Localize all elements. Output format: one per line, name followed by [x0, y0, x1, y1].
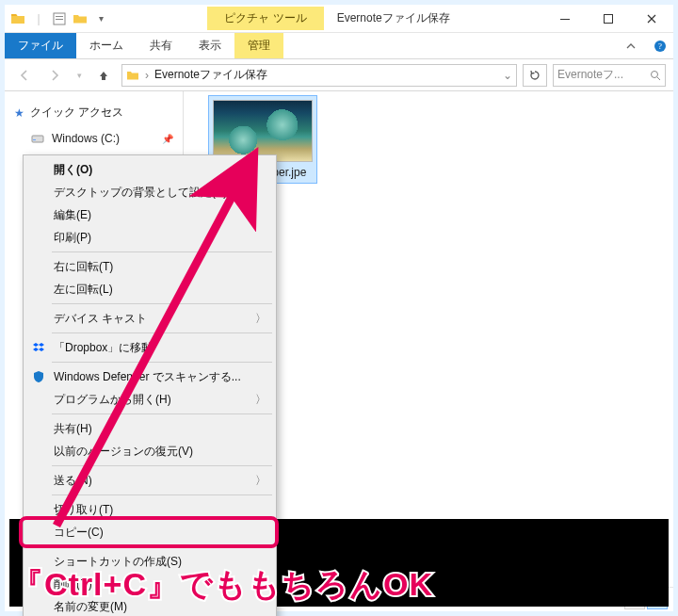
menu-separator [52, 251, 272, 252]
qat-dropdown-icon[interactable]: ▾ [93, 11, 108, 26]
window-title: Evernoteファイル保存 [337, 10, 450, 26]
nav-history-dropdown[interactable]: ▾ [73, 63, 86, 88]
nav-back-button[interactable] [12, 63, 37, 88]
menu-item[interactable]: 左に回転(L) [25, 278, 274, 300]
nav-forward-button[interactable] [42, 63, 67, 88]
menu-item-label: デスクトップの背景として設定(B) [54, 185, 227, 201]
menu-item-label: 「Dropbox」に移動 [54, 340, 153, 356]
qat-separator: | [31, 11, 46, 26]
svg-rect-10 [33, 139, 36, 140]
menu-item[interactable]: 共有(H) [25, 417, 274, 440]
svg-rect-3 [560, 19, 570, 20]
menu-item[interactable]: コピー(C) [25, 521, 274, 543]
address-dropdown-icon[interactable]: ⌄ [503, 69, 512, 82]
menu-item-label: 右に回転(T) [54, 259, 113, 275]
svg-point-7 [652, 71, 658, 77]
menu-separator [52, 413, 272, 414]
menu-item[interactable]: 切り取り(T) [25, 498, 274, 521]
submenu-arrow-icon: 〉 [255, 311, 266, 327]
help-icon[interactable]: ? [647, 33, 673, 58]
ribbon: ファイル ホーム 共有 表示 管理 ? [5, 33, 673, 59]
menu-separator [52, 546, 272, 547]
menu-item-label: 以前のバージョンの復元(V) [54, 444, 193, 460]
title-bar: | ▾ ピクチャ ツール Evernoteファイル保存 [5, 5, 673, 33]
minimize-button[interactable] [543, 5, 587, 33]
nav-up-button[interactable] [91, 63, 116, 88]
address-box[interactable]: › Evernoteファイル保存 ⌄ [121, 64, 517, 87]
svg-text:?: ? [658, 41, 662, 51]
star-icon: ★ [14, 106, 24, 120]
menu-item[interactable]: 以前のバージョンの復元(V) [25, 440, 274, 462]
search-icon [650, 70, 661, 81]
folder-icon [10, 11, 25, 26]
menu-item[interactable]: Windows Defender でスキャンする... [25, 365, 274, 388]
svg-line-8 [657, 77, 660, 80]
breadcrumb-separator-icon: › [145, 69, 149, 82]
menu-item-label: 共有(H) [54, 421, 92, 437]
menu-item-label: 左に回転(L) [54, 282, 113, 298]
folder-icon [126, 69, 139, 82]
menu-item[interactable]: 「Dropbox」に移動 [25, 336, 274, 359]
tab-file[interactable]: ファイル [5, 33, 76, 58]
search-box[interactable]: Evernoteフ... [553, 64, 666, 87]
context-menu: 開く(O)デスクトップの背景として設定(B)編集(E)印刷(P)右に回転(T)左… [23, 154, 277, 616]
menu-item[interactable]: 右に回転(T) [25, 255, 274, 278]
menu-separator [52, 362, 272, 363]
menu-item[interactable]: プログラムから開く(H)〉 [25, 388, 274, 411]
menu-item-label: デバイス キャスト [54, 311, 147, 327]
tab-home[interactable]: ホーム [76, 33, 137, 58]
menu-item-label: プログラムから開く(H) [54, 392, 171, 408]
breadcrumb[interactable]: Evernoteファイル保存 [154, 67, 267, 83]
menu-item[interactable]: 編集(E) [25, 203, 274, 226]
menu-item-label: コピー(C) [54, 525, 104, 541]
properties-icon[interactable] [52, 11, 67, 26]
pin-icon: 📌 [162, 134, 173, 144]
menu-item[interactable]: 送る(N)〉 [25, 469, 274, 492]
svg-rect-4 [605, 14, 613, 23]
sidebar-item-windows-c[interactable]: Windows (C:) 📌 [5, 128, 183, 149]
quick-access-header[interactable]: ★ クイック アクセス [5, 97, 183, 128]
menu-item-label: 送る(N) [54, 473, 92, 489]
menu-separator [52, 465, 272, 466]
quick-access-label: クイック アクセス [30, 105, 123, 121]
menu-separator [52, 332, 272, 333]
menu-separator [52, 303, 272, 304]
dropbox-icon [31, 340, 46, 355]
defender-icon [31, 369, 46, 384]
open-folder-icon[interactable] [73, 11, 88, 26]
menu-item[interactable]: デバイス キャスト〉 [25, 307, 274, 330]
menu-item-label: Windows Defender でスキャンする... [54, 369, 241, 385]
ribbon-collapse-icon[interactable] [615, 33, 647, 58]
address-bar: ▾ › Evernoteファイル保存 ⌄ Evernoteフ... [5, 59, 673, 91]
refresh-button[interactable] [523, 64, 547, 87]
file-thumbnail [213, 100, 313, 162]
svg-rect-1 [56, 16, 63, 17]
search-placeholder: Evernoteフ... [557, 67, 623, 83]
submenu-arrow-icon: 〉 [255, 392, 266, 408]
tab-view[interactable]: 表示 [186, 33, 234, 58]
close-button[interactable] [630, 5, 673, 33]
menu-item-label: 印刷(P) [54, 230, 91, 246]
menu-item-label: 切り取り(T) [54, 502, 113, 518]
menu-separator [52, 494, 272, 495]
annotation-caption: 『Ctrl+C』でももちろんOK [11, 563, 433, 607]
drive-icon [31, 132, 44, 145]
tab-share[interactable]: 共有 [137, 33, 186, 58]
menu-item[interactable]: 開く(O) [25, 158, 274, 181]
submenu-arrow-icon: 〉 [255, 473, 266, 489]
menu-item[interactable]: デスクトップの背景として設定(B) [25, 181, 274, 203]
menu-item-label: 開く(O) [54, 162, 92, 178]
tab-manage[interactable]: 管理 [234, 33, 283, 58]
menu-item[interactable]: 印刷(P) [25, 226, 274, 249]
contextual-tool-label: ピクチャ ツール [207, 7, 323, 30]
menu-item-label: 編集(E) [54, 207, 91, 223]
maximize-button[interactable] [587, 5, 630, 33]
svg-rect-2 [56, 19, 63, 20]
svg-rect-9 [32, 136, 43, 142]
sidebar-item-label: Windows (C:) [52, 132, 120, 145]
